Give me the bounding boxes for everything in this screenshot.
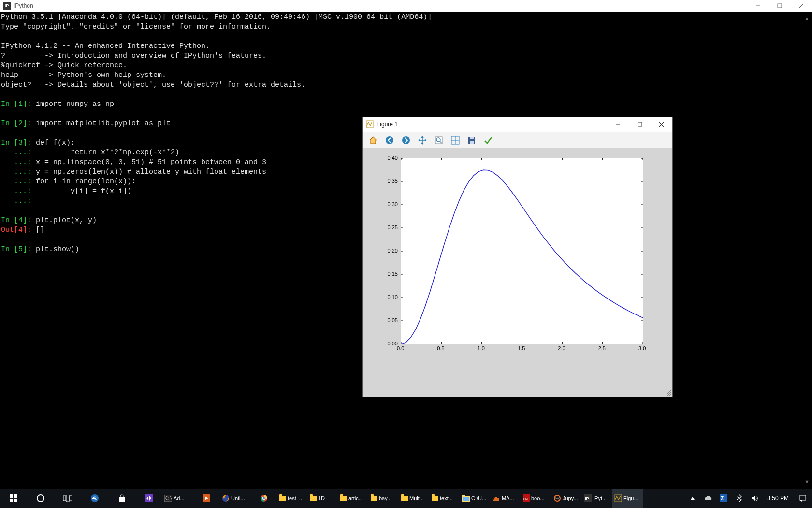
x-tick-label: 2.5: [598, 345, 606, 351]
figure-canvas[interactable]: 0.00.51.01.52.02.53.0 0.000.050.100.150.…: [363, 148, 672, 397]
tray-onedrive-icon[interactable]: [700, 489, 716, 508]
y-tick-label: 0.35: [388, 178, 398, 184]
x-tick-label: 0.5: [437, 345, 444, 351]
home-icon[interactable]: [366, 133, 380, 148]
svg-text:Z: Z: [721, 496, 724, 501]
ok-icon[interactable]: [481, 133, 495, 148]
taskbar-app-folder[interactable]: test_...: [277, 489, 308, 508]
taskbar-taskview-button[interactable]: [54, 489, 81, 508]
svg-rect-58: [66, 495, 69, 502]
svg-rect-61: [119, 497, 125, 502]
figure-title: Figure 1: [377, 121, 398, 128]
svg-rect-82: [800, 495, 806, 500]
svg-text:C:\: C:\: [165, 496, 172, 501]
forward-icon[interactable]: [399, 133, 413, 148]
console-maximize-button[interactable]: [768, 0, 790, 12]
console-minimize-button[interactable]: [747, 0, 768, 12]
taskbar-start-button[interactable]: [0, 489, 27, 508]
taskbar-app-folder[interactable]: bay...: [369, 489, 399, 508]
taskbar-app-folder[interactable]: 1D: [308, 489, 338, 508]
y-tick-label: 0.25: [388, 224, 398, 230]
x-tick-label: 2.0: [558, 345, 565, 351]
figure-close-button[interactable]: [651, 117, 672, 132]
taskbar-app-firefox[interactable]: Unti...: [220, 489, 250, 508]
console-close-button[interactable]: [790, 0, 812, 12]
y-tick-label: 0.15: [388, 271, 398, 277]
svg-point-10: [402, 136, 410, 144]
svg-point-9: [386, 136, 393, 144]
y-tick-label: 0.10: [388, 294, 398, 300]
save-icon[interactable]: [464, 133, 479, 148]
svg-rect-1: [778, 4, 782, 8]
zoom-icon[interactable]: [432, 133, 446, 148]
taskbar-app-pdf[interactable]: PDFboo...: [521, 489, 551, 508]
console-title: IPython: [14, 2, 33, 9]
pan-icon[interactable]: [415, 133, 430, 148]
svg-point-56: [37, 495, 44, 502]
svg-rect-53: [14, 494, 17, 498]
svg-rect-18: [470, 137, 474, 139]
taskbar-edge-button[interactable]: [81, 489, 108, 508]
svg-rect-59: [70, 496, 72, 501]
y-tick-label: 0.20: [388, 248, 398, 254]
figure-maximize-button[interactable]: [629, 117, 651, 132]
svg-text:IP: IP: [585, 496, 589, 501]
svg-rect-72: [462, 495, 465, 497]
scrollbar-up-icon[interactable]: ▴: [803, 14, 811, 23]
matplotlib-figure-window[interactable]: Figure 1 0.00.51.01.52.02.53.0 0.000.050…: [362, 117, 673, 397]
taskbar-app-folder[interactable]: text...: [430, 489, 460, 508]
y-tick-label: 0.05: [388, 317, 398, 323]
svg-text:PDF: PDF: [523, 497, 529, 500]
subplots-icon[interactable]: [448, 133, 463, 148]
svg-rect-6: [638, 122, 642, 126]
tray-bt-icon[interactable]: [731, 489, 747, 508]
axes-area: [401, 158, 643, 344]
back-icon[interactable]: [382, 133, 397, 148]
console-titlebar: IP IPython: [0, 0, 812, 12]
taskbar-app-cmd[interactable]: C:\Ad...: [162, 489, 193, 508]
resize-grip-icon[interactable]: [666, 390, 671, 396]
x-tick-label: 1.5: [518, 345, 525, 351]
y-tick-label: 0.30: [388, 201, 398, 207]
taskbar-app-chrome[interactable]: [250, 489, 277, 508]
figure-titlebar[interactable]: Figure 1: [363, 117, 672, 132]
scrollbar-down-icon[interactable]: ▾: [803, 477, 811, 487]
tray-za-icon[interactable]: Z: [716, 489, 731, 508]
tray-up-icon[interactable]: [685, 489, 700, 508]
x-tick-label: 0.0: [397, 345, 404, 351]
svg-rect-62: [145, 494, 153, 502]
svg-rect-57: [63, 496, 66, 501]
taskbar-store-button[interactable]: [108, 489, 135, 508]
taskbar-app-figure[interactable]: Figu...: [612, 489, 643, 508]
svg-rect-54: [10, 499, 13, 502]
taskbar-app-matlab[interactable]: MA...: [491, 489, 521, 508]
taskbar-app-ipython[interactable]: IPIPyt...: [582, 489, 612, 508]
figure-toolbar: [363, 132, 672, 149]
taskbar-clock[interactable]: 8:50 PM: [762, 495, 794, 502]
line-plot: [401, 158, 643, 344]
figure-minimize-button[interactable]: [607, 117, 629, 132]
svg-rect-19: [470, 141, 474, 144]
x-tick-label: 1.0: [478, 345, 485, 351]
ipython-titlebar-icon: IP: [3, 2, 11, 10]
y-tick-label: 0.40: [388, 155, 398, 161]
taskbar-vscode-button[interactable]: [135, 489, 162, 508]
taskbar-app-jupyter[interactable]: Jupy...: [551, 489, 582, 508]
taskbar-app-folder[interactable]: Mult...: [399, 489, 430, 508]
tray-sound-icon[interactable]: [747, 489, 762, 508]
taskbar-cortana-button[interactable]: [27, 489, 54, 508]
taskbar-app-folder[interactable]: artic...: [338, 489, 369, 508]
svg-rect-55: [14, 499, 17, 502]
x-tick-label: 3.0: [638, 345, 646, 351]
windows-taskbar: C:\Ad...Unti...test_...1Dartic...bay...M…: [0, 489, 812, 508]
taskbar-app-explorer[interactable]: C:\U...: [460, 489, 491, 508]
taskbar-app-media[interactable]: [193, 489, 220, 508]
matplotlib-window-icon: [366, 120, 374, 128]
svg-point-70: [263, 497, 265, 500]
tray-notifications-icon[interactable]: [794, 489, 812, 508]
svg-rect-52: [10, 494, 13, 498]
y-tick-label: 0.00: [388, 341, 398, 346]
svg-rect-73: [463, 497, 469, 501]
